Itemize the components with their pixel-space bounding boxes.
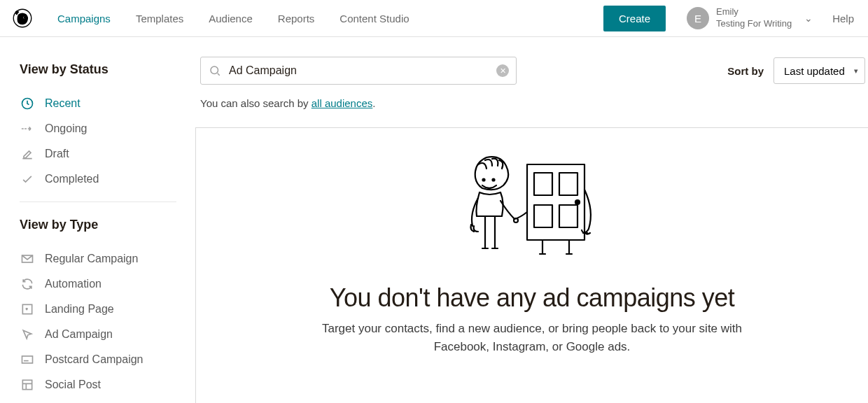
- sidebar-item-social-post[interactable]: Social Post: [20, 372, 196, 397]
- sidebar-item-label: Ad Campaign: [45, 328, 113, 341]
- svg-point-15: [575, 200, 580, 204]
- svg-rect-13: [534, 205, 552, 227]
- account-menu[interactable]: E Emily Testing For Writing ⌄: [687, 6, 813, 30]
- account-name: Emily: [716, 6, 792, 18]
- svg-rect-14: [559, 205, 578, 227]
- svg-point-16: [483, 179, 485, 181]
- sidebar-item-label: Automation: [45, 278, 102, 290]
- sidebar-item-label: Regular Campaign: [45, 253, 138, 265]
- chevron-down-icon: ⌄: [804, 13, 813, 24]
- sort-group: Sort by Last updated: [727, 57, 868, 84]
- svg-rect-11: [534, 173, 552, 195]
- empty-title: You don't have any ad campaigns yet: [224, 283, 840, 313]
- sidebar-item-draft[interactable]: Draft: [20, 141, 196, 167]
- nav-reports[interactable]: Reports: [278, 13, 315, 24]
- postcard-icon: [20, 352, 35, 367]
- sidebar-item-completed[interactable]: Completed: [20, 167, 196, 192]
- sidebar-item-label: Social Post: [45, 379, 101, 391]
- sort-select[interactable]: Last updated: [774, 57, 865, 84]
- account-subtitle: Testing For Writing: [716, 18, 792, 30]
- avatar: E: [687, 7, 709, 29]
- nav-campaigns[interactable]: Campaigns: [57, 13, 111, 24]
- clear-search-icon[interactable]: ✕: [496, 64, 509, 77]
- divider: [20, 202, 176, 202]
- search-box: ✕: [200, 57, 517, 85]
- empty-state-panel: You don't have any ad campaigns yet Targ…: [195, 127, 868, 403]
- nav-templates[interactable]: Templates: [136, 13, 183, 24]
- sidebar-item-ad-campaign[interactable]: Ad Campaign: [20, 322, 196, 347]
- search-hint: You can also search by all audiences.: [200, 97, 868, 109]
- main-content: ✕ Sort by Last updated You can also sear…: [196, 37, 868, 403]
- sidebar-status-heading: View by Status: [20, 62, 196, 77]
- help-link[interactable]: Help: [832, 13, 854, 24]
- nav-links: Campaigns Templates Audience Reports Con…: [57, 13, 603, 24]
- sidebar-item-label: Ongoing: [45, 122, 88, 135]
- nav-content-studio[interactable]: Content Studio: [340, 13, 409, 24]
- envelope-icon: [20, 251, 35, 267]
- svg-rect-12: [559, 173, 578, 195]
- sidebar-item-label: Draft: [45, 148, 69, 160]
- empty-subtitle: Target your contacts, find a new audienc…: [308, 320, 756, 355]
- hint-suffix: .: [372, 97, 375, 109]
- all-audiences-link[interactable]: all audiences: [312, 97, 373, 109]
- sidebar-item-ongoing[interactable]: Ongoing: [20, 116, 196, 141]
- svg-point-18: [514, 218, 518, 222]
- create-button[interactable]: Create: [603, 6, 666, 31]
- svg-rect-8: [22, 380, 31, 389]
- sidebar-item-label: Completed: [45, 173, 99, 185]
- sidebar: View by Status Recent Ongoing Draft: [0, 37, 196, 403]
- layout-icon: [20, 377, 35, 393]
- sidebar-item-postcard-campaign[interactable]: Postcard Campaign: [20, 347, 196, 372]
- empty-illustration: [224, 152, 840, 264]
- sidebar-item-label: Recent: [45, 97, 80, 110]
- nav-audience[interactable]: Audience: [209, 13, 253, 24]
- sidebar-item-label: Landing Page: [45, 303, 114, 316]
- search-input[interactable]: [229, 64, 489, 77]
- sidebar-item-label: Postcard Campaign: [45, 353, 144, 366]
- search-row: ✕ Sort by Last updated: [196, 57, 868, 85]
- search-icon: [208, 64, 222, 78]
- refresh-icon: [20, 276, 35, 292]
- top-nav: Campaigns Templates Audience Reports Con…: [0, 0, 868, 37]
- clock-icon: [20, 96, 35, 111]
- heart-page-icon: [20, 302, 35, 317]
- sort-label: Sort by: [727, 65, 764, 77]
- svg-rect-7: [24, 360, 29, 362]
- pencil-icon: [20, 146, 35, 162]
- mailchimp-logo[interactable]: [8, 4, 36, 32]
- sidebar-type-list: Regular Campaign Automation Landing Page…: [20, 246, 196, 397]
- arrow-dotted-icon: [20, 121, 35, 136]
- cursor-icon: [20, 327, 35, 342]
- sidebar-item-recent[interactable]: Recent: [20, 91, 196, 116]
- svg-point-17: [493, 179, 495, 181]
- sidebar-status-list: Recent Ongoing Draft Completed: [20, 91, 196, 192]
- hint-prefix: You can also search by: [200, 97, 312, 109]
- svg-point-2: [24, 17, 25, 18]
- svg-point-9: [211, 66, 218, 74]
- sidebar-item-automation[interactable]: Automation: [20, 271, 196, 297]
- sidebar-type-heading: View by Type: [20, 218, 196, 232]
- check-icon: [20, 171, 35, 187]
- sidebar-item-landing-page[interactable]: Landing Page: [20, 297, 196, 322]
- account-text: Emily Testing For Writing: [716, 6, 792, 30]
- svg-rect-6: [22, 356, 33, 363]
- sidebar-item-regular-campaign[interactable]: Regular Campaign: [20, 246, 196, 271]
